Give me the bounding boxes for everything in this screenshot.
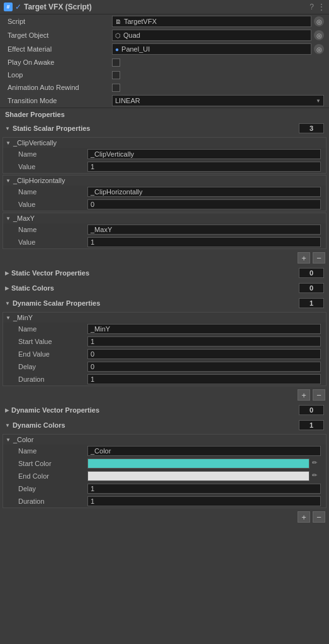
dynamic-vector-header[interactable]: ▶ Dynamic Vector Properties 0 [0, 402, 329, 418]
min-y-duration-value: 1 [87, 374, 321, 384]
transition-mode-text: LINEAR [115, 97, 140, 104]
dynamic-scalar-header[interactable]: ▼ Dynamic Scalar Properties 1 [0, 296, 329, 311]
max-y-header[interactable]: ▼ _MaxY [3, 213, 326, 223]
min-y-header[interactable]: ▼ _MinY [3, 313, 326, 323]
min-y-end-input[interactable]: 0 [87, 349, 321, 359]
script-select-btn[interactable]: ◎ [314, 16, 324, 26]
static-scalar-header[interactable]: ▼ Static Scalar Properties 3 [0, 121, 329, 136]
target-object-field[interactable]: ⬡ Quad [112, 30, 311, 41]
color-start-swatch[interactable] [87, 458, 309, 469]
shader-properties-label: Shader Properties [5, 111, 65, 118]
static-vector-header[interactable]: ▶ Static Vector Properties 0 [0, 265, 329, 280]
min-y-start-label: Start Value [18, 338, 87, 345]
play-on-awake-checkbox[interactable] [112, 58, 120, 67]
dynamic-colors-label: Dynamic Colors [13, 421, 65, 429]
settings-icon[interactable]: ⋮ [318, 3, 325, 11]
dynamic-colors-triangle: ▼ [5, 423, 10, 428]
max-y-name-input[interactable]: _MaxY [87, 225, 321, 235]
color-start-value: ✏ [87, 458, 321, 469]
max-y-item: ▼ _MaxY Name _MaxY Value 1 [3, 213, 326, 249]
clip-vertically-value-value: 1 [87, 162, 321, 172]
static-scalar-count[interactable]: 3 [299, 123, 324, 133]
clip-vertically-value-label: Value [18, 163, 87, 170]
color-item: ▼ _Color Name _Color Start Color ✏ [3, 434, 326, 508]
min-y-name-input[interactable]: _MinY [87, 324, 321, 334]
dynamic-colors-panel: ▼ _Color Name _Color Start Color ✏ [0, 434, 329, 525]
color-duration-input[interactable]: 1 [87, 496, 321, 506]
color-name-label: Name [18, 447, 87, 455]
clip-horizontally-header[interactable]: ▼ _ClipHorizontally [3, 175, 326, 186]
transition-mode-dropdown[interactable]: LINEAR ▼ [112, 95, 324, 106]
static-scalar-add-btn[interactable]: + [298, 252, 310, 264]
effect-material-select-btn[interactable]: ◎ [314, 44, 324, 54]
dynamic-colors-count[interactable]: 1 [299, 420, 324, 430]
static-vector-label: Static Vector Properties [11, 269, 89, 277]
dynamic-colors-header[interactable]: ▼ Dynamic Colors 1 [0, 418, 329, 433]
min-y-end-value: 0 [87, 349, 321, 359]
loop-checkbox[interactable] [112, 71, 120, 79]
min-y-duration-input[interactable]: 1 [87, 374, 321, 384]
max-y-value-input[interactable]: 1 [87, 237, 321, 247]
color-duration-value: 1 [87, 496, 321, 506]
material-icon: ● [115, 46, 119, 53]
color-header[interactable]: ▼ _Color [3, 435, 326, 445]
animation-auto-rewind-checkbox[interactable] [112, 84, 120, 92]
clip-vertically-name-label: Name [18, 150, 87, 158]
clip-horizontally-name-value: _ClipHorizontally [87, 187, 321, 197]
checkmark-icon[interactable]: ✓ [15, 3, 21, 11]
static-colors-triangle: ▶ [5, 286, 9, 291]
script-field[interactable]: 🗎 TargetVFX [112, 16, 311, 27]
static-scalar-remove-btn[interactable]: − [313, 252, 325, 264]
dynamic-colors-add-btn[interactable]: + [298, 511, 310, 523]
color-delay-input[interactable]: 1 [87, 484, 321, 494]
max-y-name-row: Name _MaxY [3, 223, 326, 236]
effect-material-field[interactable]: ● Panel_UI [112, 43, 311, 55]
max-y-name-label: Name [18, 226, 87, 233]
end-color-picker-icon[interactable]: ✏ [312, 472, 321, 480]
effect-material-row: Effect Material ● Panel_UI ◎ [0, 42, 329, 56]
dynamic-colors-remove-btn[interactable]: − [313, 511, 325, 523]
static-scalar-left: ▼ Static Scalar Properties [5, 125, 90, 132]
dynamic-scalar-remove-btn[interactable]: − [313, 389, 325, 401]
help-icon[interactable]: ? [309, 3, 314, 11]
color-triangle: ▼ [6, 437, 11, 443]
min-y-end-row: End Value 0 [3, 348, 326, 360]
clip-vertically-name-input[interactable]: _ClipVertically [87, 149, 321, 159]
play-on-awake-value [112, 58, 324, 67]
color-end-swatch[interactable] [87, 471, 309, 481]
animation-auto-rewind-label: Animation Auto Rewind [5, 84, 112, 91]
clip-horizontally-name-input[interactable]: _ClipHorizontally [87, 187, 321, 197]
clip-vertically-value-input[interactable]: 1 [87, 162, 321, 172]
target-object-select-btn[interactable]: ◎ [314, 30, 324, 40]
clip-vertically-name-value: _ClipVertically [87, 149, 321, 159]
color-duration-label: Duration [18, 497, 87, 505]
static-colors-label: Static Colors [11, 284, 54, 292]
min-y-start-input[interactable]: 1 [87, 336, 321, 347]
dynamic-vector-left: ▶ Dynamic Vector Properties [5, 406, 99, 414]
min-y-delay-input[interactable]: 0 [87, 362, 321, 372]
static-vector-left: ▶ Static Vector Properties [5, 269, 89, 277]
dynamic-vector-count[interactable]: 0 [299, 405, 324, 415]
static-vector-count[interactable]: 0 [299, 268, 324, 278]
dynamic-scalar-panel: ▼ _MinY Name _MinY Start Value 1 End Val… [0, 312, 329, 402]
clip-horizontally-triangle: ▼ [6, 178, 11, 184]
dynamic-scalar-add-btn[interactable]: + [298, 389, 310, 401]
clip-horizontally-value-label: Value [18, 201, 87, 208]
loop-row: Loop [0, 69, 329, 81]
dynamic-scalar-count[interactable]: 1 [299, 298, 324, 308]
title-bar: # ✓ Target VFX (Script) ? ⋮ [0, 0, 329, 14]
play-on-awake-row: Play On Awake [0, 56, 329, 69]
static-colors-count[interactable]: 0 [299, 283, 324, 293]
min-y-duration-label: Duration [18, 375, 87, 383]
clip-vertically-header[interactable]: ▼ _ClipVertically [3, 138, 326, 148]
color-name-input[interactable]: _Color [87, 446, 321, 456]
target-object-text: Quad [123, 31, 140, 39]
start-color-picker-icon[interactable]: ✏ [312, 459, 321, 468]
color-start-label: Start Color [18, 460, 87, 467]
static-colors-header[interactable]: ▶ Static Colors 0 [0, 280, 329, 296]
clip-horizontally-value-input[interactable]: 0 [87, 199, 321, 209]
dynamic-scalar-label: Dynamic Scalar Properties [13, 299, 100, 307]
max-y-value-row: Value 1 [3, 236, 326, 248]
color-title: _Color [13, 436, 33, 443]
color-end-row: End Color ✏ [3, 470, 326, 482]
